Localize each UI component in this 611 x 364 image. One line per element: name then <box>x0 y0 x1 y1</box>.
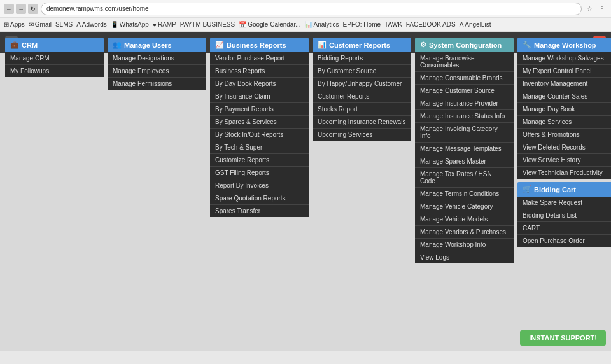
customer-reports-column: 📊 Customer Reports Bidding Reports By Cu… <box>313 38 411 346</box>
browser-actions: ☆ ⋮ <box>584 4 607 14</box>
br-item-10[interactable]: Report By Invoices <box>210 179 309 192</box>
br-item-8[interactable]: Customize Reports <box>210 154 309 167</box>
cr-item-6[interactable]: Upcoming Services <box>313 129 411 141</box>
crm-header: 💼 CRM <box>5 38 104 52</box>
bookmark-fb[interactable]: FACEBOOK ADS <box>406 21 456 28</box>
mw-item-1[interactable]: My Expert Control Panel <box>517 65 611 78</box>
sc-item-3[interactable]: Manage Insurance Provider <box>415 97 514 110</box>
bidding-cart-header: 🛒 Bidding Cart <box>517 182 611 197</box>
bidding-cart-label: Bidding Cart <box>534 186 576 193</box>
sc-item-4[interactable]: Manage Insurance Status Info <box>415 110 514 123</box>
mw-item-0[interactable]: Manage Workshop Salvages <box>517 52 611 65</box>
sc-item-0[interactable]: Manage Brandwise Consumables <box>415 52 514 72</box>
sc-item-9[interactable]: Manage Terms n Conditions <box>415 188 514 200</box>
sc-item-10[interactable]: Manage Vehicle Category <box>415 200 514 213</box>
sc-item-7[interactable]: Manage Spares Master <box>415 155 514 168</box>
system-config-column: ⚙ System Configuration Manage Brandwise … <box>415 38 514 346</box>
browser-chrome: ← → ↻ demonew.rampwms.com/user/home ☆ ⋮ … <box>0 0 611 32</box>
customer-reports-icon: 📊 <box>318 41 327 49</box>
mw-item-3[interactable]: Manage Counter Sales <box>517 90 611 103</box>
back-button[interactable]: ← <box>4 4 14 14</box>
bookmark-gcal[interactable]: 📅 Google Calendar... <box>239 21 300 28</box>
bookmark-gmail[interactable]: ✉ Gmail <box>29 21 52 28</box>
menu-button[interactable]: ⋮ <box>597 4 607 14</box>
cr-item-2[interactable]: By Happy/Unhappy Customer <box>313 78 411 90</box>
bookmark-angellist[interactable]: A AngelList <box>460 21 491 28</box>
br-item-12[interactable]: Spares Transfer <box>210 205 309 217</box>
sc-item-2[interactable]: Manage Customer Source <box>415 85 514 97</box>
workshop-icon: 🔧 <box>523 41 531 49</box>
url-text: demonew.rampwms.com/user/home <box>46 5 149 12</box>
sc-item-1[interactable]: Manage Consumable Brands <box>415 72 514 85</box>
cr-item-4[interactable]: Stocks Report <box>313 103 411 116</box>
manage-workshop-header: 🔧 Manage Workshop <box>517 38 611 52</box>
br-item-7[interactable]: By Tech & Super <box>210 141 309 154</box>
system-config-header: ⚙ System Configuration <box>415 38 514 52</box>
mw-item-8[interactable]: View Service History <box>517 154 611 167</box>
customer-reports-header: 📊 Customer Reports <box>313 38 411 52</box>
br-item-9[interactable]: GST Filing Reports <box>210 167 309 179</box>
mw-item-6[interactable]: Offers & Promotions <box>517 129 611 141</box>
sc-item-14[interactable]: View Logs <box>415 251 514 263</box>
mw-item-7[interactable]: View Deleted Records <box>517 141 611 154</box>
system-config-label: System Configuration <box>429 41 502 49</box>
bookmark-apps[interactable]: ⊞ Apps <box>4 21 25 28</box>
users-item-1[interactable]: Manage Employees <box>108 65 206 78</box>
bc-item-1[interactable]: Bidding Details List <box>517 209 611 222</box>
bookmark-paytm[interactable]: PAYTM BUSINESS <box>180 21 235 28</box>
crm-item-followups[interactable]: My Followups <box>5 65 104 77</box>
users-item-0[interactable]: Manage Designations <box>108 52 206 65</box>
app-container: R RAMP Workshops Welcome, Napago ✕ 💼 CRM… <box>0 32 611 351</box>
crm-item-manage[interactable]: Manage CRM <box>5 52 104 65</box>
br-item-5[interactable]: By Spares & Services <box>210 116 309 129</box>
cr-item-3[interactable]: Customer Reports <box>313 90 411 103</box>
nav-buttons: ← → ↻ <box>4 4 38 14</box>
forward-button[interactable]: → <box>16 4 26 14</box>
reload-button[interactable]: ↻ <box>28 4 38 14</box>
manage-users-column: 👥 Manage Users Manage Designations Manag… <box>108 38 206 346</box>
bookmark-slms[interactable]: SLMS <box>55 21 73 28</box>
customer-reports-label: Customer Reports <box>329 41 390 49</box>
mw-item-4[interactable]: Manage Day Book <box>517 103 611 116</box>
sc-item-13[interactable]: Manage Workshop Info <box>415 239 514 251</box>
sc-item-8[interactable]: Manage Tax Rates / HSN Code <box>415 168 514 188</box>
cr-item-1[interactable]: By Customer Source <box>313 65 411 78</box>
br-item-2[interactable]: By Day Book Reports <box>210 78 309 90</box>
manage-users-header: 👥 Manage Users <box>108 38 206 52</box>
br-item-6[interactable]: By Stock In/Out Reports <box>210 129 309 141</box>
br-item-4[interactable]: By Payment Reports <box>210 103 309 116</box>
sc-item-11[interactable]: Manage Vehicle Models <box>415 213 514 226</box>
mw-item-9[interactable]: View Technician Productivity <box>517 167 611 179</box>
users-item-2[interactable]: Manage Permissions <box>108 78 206 90</box>
mw-item-5[interactable]: Manage Services <box>517 116 611 129</box>
cr-item-5[interactable]: Upcoming Insurance Renewals <box>313 116 411 129</box>
br-item-11[interactable]: Spare Quotation Reports <box>210 192 309 205</box>
cr-item-0[interactable]: Bidding Reports <box>313 52 411 65</box>
sc-item-5[interactable]: Manage Invoicing Category Info <box>415 123 514 143</box>
gear-icon: ⚙ <box>420 41 426 49</box>
bc-item-0[interactable]: Make Spare Request <box>517 197 611 209</box>
address-bar[interactable]: demonew.rampwms.com/user/home <box>41 3 582 15</box>
br-item-3[interactable]: By Insurance Claim <box>210 90 309 103</box>
manage-workshop-column: 🔧 Manage Workshop Manage Workshop Salvag… <box>517 38 611 346</box>
bookmarks-bar: ⊞ Apps ✉ Gmail SLMS A Adwords 📱 WhatsApp… <box>0 18 611 32</box>
bookmark-tawk[interactable]: TAWK <box>384 21 402 28</box>
bc-item-3[interactable]: Open Purchase Order <box>517 235 611 247</box>
bookmark-whatsapp[interactable]: 📱 WhatsApp <box>111 21 149 28</box>
bookmark-ramp[interactable]: ● RAMP <box>153 21 176 28</box>
sc-item-12[interactable]: Manage Vendors & Purchases <box>415 226 514 239</box>
bookmark-analytics[interactable]: 📊 Analytics <box>305 21 339 28</box>
bc-item-2[interactable]: CART <box>517 222 611 235</box>
sc-item-6[interactable]: Manage Message Templates <box>415 143 514 155</box>
users-icon: 👥 <box>113 41 122 49</box>
manage-workshop-label: Manage Workshop <box>534 41 596 49</box>
business-reports-column: 📈 Business Reports Vendor Purchase Repor… <box>210 38 309 346</box>
br-item-0[interactable]: Vendor Purchase Report <box>210 52 309 65</box>
br-item-1[interactable]: Business Reports <box>210 65 309 78</box>
mw-item-2[interactable]: Inventory Management <box>517 78 611 90</box>
instant-support-button[interactable]: INSTANT SUPPORT! <box>520 330 606 346</box>
browser-toolbar: ← → ↻ demonew.rampwms.com/user/home ☆ ⋮ <box>0 0 611 18</box>
bookmark-adwords[interactable]: A Adwords <box>76 21 107 28</box>
star-button[interactable]: ☆ <box>584 4 594 14</box>
bookmark-epfo[interactable]: EPFO: Home <box>343 21 381 28</box>
